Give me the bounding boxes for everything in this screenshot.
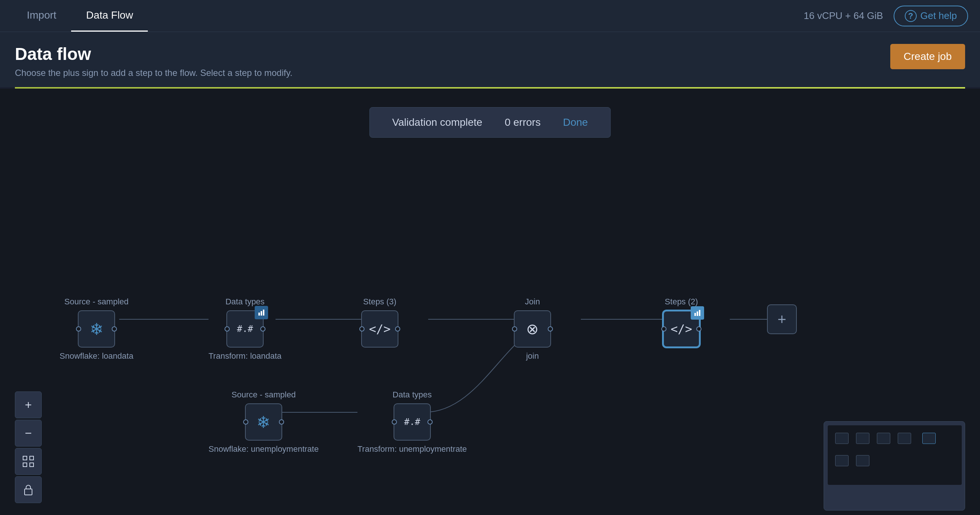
- svg-rect-6: [258, 312, 260, 315]
- snowflake-icon-6: ❄: [256, 413, 270, 432]
- node-label-3: Steps (3): [363, 297, 396, 307]
- node-box-5[interactable]: </>: [663, 311, 700, 347]
- node-name-6: Snowflake: unemploymentrate: [208, 444, 319, 454]
- connector-left-1: [76, 326, 81, 331]
- nav-right: 16 vCPU + 64 GiB ? Get help: [804, 6, 968, 27]
- minimap-inner: [828, 425, 962, 485]
- mini-node-7: [856, 455, 869, 466]
- node-name-2: Transform: loandata: [208, 351, 282, 361]
- code-icon-3: </>: [369, 322, 391, 336]
- connector-left-4: [512, 326, 517, 331]
- connector-left-7: [392, 419, 397, 425]
- node-snowflake-loandata[interactable]: Source - sampled ❄ Snowflake: loandata: [60, 297, 133, 361]
- help-icon: ?: [905, 10, 917, 22]
- svg-rect-14: [23, 463, 27, 467]
- svg-rect-16: [25, 489, 32, 495]
- connector-right-3: [395, 326, 400, 331]
- validation-banner: Validation complete 0 errors Done: [369, 107, 611, 138]
- header-text: Data flow Choose the plus sign to add a …: [15, 44, 292, 78]
- svg-rect-10: [697, 311, 698, 316]
- svg-rect-13: [30, 456, 33, 460]
- node-name-1: Snowflake: loandata: [60, 351, 133, 361]
- create-job-button[interactable]: Create job: [890, 44, 965, 69]
- connector-right-6: [279, 419, 284, 425]
- help-button[interactable]: ? Get help: [894, 6, 968, 27]
- node-datatypes-unemployment[interactable]: Data types #.# Transform: unemploymentra…: [358, 390, 467, 454]
- node-label-6: Source - sampled: [232, 390, 296, 399]
- node-label-5: Steps (2): [665, 297, 698, 307]
- data-types-icon-7: #.#: [404, 417, 420, 427]
- data-types-icon-2: #.#: [237, 324, 253, 334]
- node-steps-3[interactable]: Steps (3) </>: [361, 297, 398, 351]
- svg-rect-11: [699, 310, 700, 316]
- page-header: Data flow Choose the plus sign to add a …: [0, 32, 980, 87]
- add-step-button[interactable]: +: [767, 304, 797, 334]
- chart-badge-5: [691, 306, 704, 320]
- resource-label: 16 vCPU + 64 GiB: [804, 10, 883, 22]
- zoom-out-button[interactable]: −: [15, 420, 42, 447]
- node-label-4: Join: [525, 297, 540, 307]
- tab-data-flow[interactable]: Data Flow: [71, 0, 148, 32]
- node-label-1: Source - sampled: [64, 297, 129, 307]
- code-icon-5: </>: [671, 322, 692, 336]
- canvas-area: Validation complete 0 errors Done Source…: [0, 89, 980, 515]
- node-name-4: join: [526, 351, 539, 361]
- node-label-7: Data types: [393, 390, 431, 399]
- chart-badge-2: [255, 306, 268, 319]
- svg-rect-7: [261, 311, 262, 315]
- connector-left-2: [224, 326, 230, 331]
- mini-node-2: [856, 433, 869, 444]
- node-snowflake-unemployment[interactable]: Source - sampled ❄ Snowflake: unemployme…: [208, 390, 319, 454]
- connector-left-3: [359, 326, 364, 331]
- zoom-in-button[interactable]: +: [15, 391, 42, 418]
- connector-right-5: [696, 326, 702, 331]
- node-box-2[interactable]: #.#: [226, 311, 264, 347]
- svg-rect-9: [694, 313, 696, 316]
- connector-left-5: [661, 326, 667, 331]
- svg-rect-12: [23, 456, 27, 460]
- minimap: [824, 421, 965, 510]
- connector-left-6: [243, 419, 248, 425]
- zoom-controls: + −: [15, 391, 42, 503]
- mini-node-4: [898, 433, 911, 444]
- connector-right-2: [260, 326, 266, 331]
- node-name-7: Transform: unemploymentrate: [358, 444, 467, 454]
- svg-rect-8: [263, 310, 264, 315]
- node-box-4[interactable]: ⊗: [514, 311, 551, 347]
- node-datatypes-loandata[interactable]: Data types #.# Transform: loandata: [208, 297, 282, 361]
- connector-right-7: [428, 419, 433, 425]
- mini-node-3: [877, 433, 890, 444]
- node-box-6[interactable]: ❄: [245, 403, 282, 441]
- node-box-1[interactable]: ❄: [78, 311, 115, 347]
- lock-button[interactable]: [15, 476, 42, 503]
- fit-screen-button[interactable]: [15, 448, 42, 475]
- snowflake-icon-1: ❄: [90, 320, 103, 339]
- page-title: Data flow: [15, 44, 292, 64]
- connector-right-1: [112, 326, 117, 331]
- done-button[interactable]: Done: [563, 116, 588, 128]
- top-nav: Import Data Flow 16 vCPU + 64 GiB ? Get …: [0, 0, 980, 32]
- tab-import[interactable]: Import: [12, 0, 71, 32]
- page-subtitle: Choose the plus sign to add a step to th…: [15, 68, 292, 78]
- node-join[interactable]: Join ⊗ join: [514, 297, 551, 361]
- svg-rect-15: [30, 463, 33, 467]
- join-icon: ⊗: [526, 320, 539, 338]
- validation-text: Validation complete: [392, 116, 482, 128]
- error-count: 0 errors: [504, 116, 540, 128]
- node-box-7[interactable]: #.#: [394, 403, 431, 441]
- mini-node-5: [922, 433, 936, 444]
- mini-node-6: [835, 455, 849, 466]
- node-label-2: Data types: [225, 297, 264, 307]
- node-steps-2[interactable]: Steps (2) </>: [663, 297, 700, 351]
- connector-right-4: [548, 326, 553, 331]
- node-box-3[interactable]: </>: [361, 311, 398, 347]
- mini-node-1: [835, 433, 849, 444]
